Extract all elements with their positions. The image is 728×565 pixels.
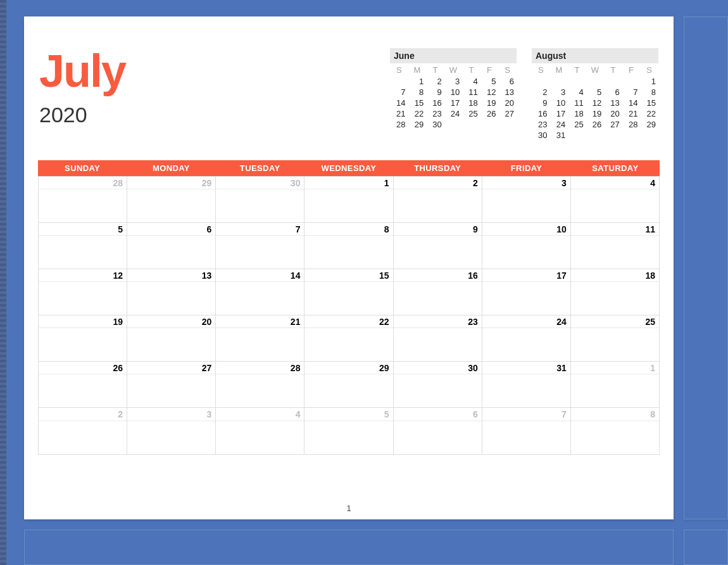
calendar-cell[interactable]: 25	[571, 315, 660, 362]
calendar-cell[interactable]: 12	[39, 269, 127, 315]
day-number: 20	[127, 315, 215, 328]
calendar-page: July 2020 June SMTWTFS 12345678910111213…	[24, 16, 674, 519]
calendar-cell[interactable]: 4	[571, 177, 660, 223]
mini-day-cell	[568, 130, 586, 141]
calendar-cell[interactable]: 4	[216, 408, 304, 454]
calendar-cell[interactable]: 29	[304, 362, 393, 408]
mini-day-cell: 23	[532, 120, 550, 130]
mini-day-cell: 26	[480, 109, 499, 120]
mini-day-cell: 6	[498, 77, 517, 87]
calendar-cell[interactable]: 17	[482, 269, 571, 315]
adjacent-page-below-right	[684, 530, 728, 565]
calendar-cell[interactable]: 11	[571, 223, 660, 269]
weekday-header: FRIDAY	[482, 160, 570, 176]
calendar-cell[interactable]: 28	[39, 177, 127, 223]
calendar-cell[interactable]: 24	[482, 315, 571, 362]
mini-day-cell: 25	[568, 120, 586, 130]
mini-day-cell	[390, 77, 408, 87]
mini-day-cell: 5	[586, 87, 605, 98]
day-number: 27	[127, 362, 215, 374]
mini-day-cell: 20	[604, 109, 622, 120]
calendar-cell[interactable]: 6	[394, 408, 482, 454]
mini-weekday-header: F	[480, 63, 499, 77]
calendar-cell[interactable]: 22	[304, 315, 393, 362]
mini-weekday-header: M	[408, 63, 427, 77]
mini-day-cell: 10	[444, 87, 463, 98]
day-number: 12	[39, 269, 127, 282]
calendar-cell[interactable]: 15	[304, 269, 393, 315]
calendar-cell[interactable]: 18	[571, 269, 660, 315]
mini-next-table: SMTWTFS 12345678910111213141516171819202…	[532, 63, 658, 141]
calendar-cell[interactable]: 6	[127, 223, 216, 269]
mini-day-cell	[532, 77, 550, 87]
mini-day-cell: 24	[444, 109, 463, 120]
calendar-cell[interactable]: 8	[571, 408, 660, 454]
mini-prev-name: June	[390, 48, 517, 63]
calendar-cell[interactable]: 2	[394, 177, 482, 223]
mini-day-cell: 20	[498, 98, 517, 109]
calendar-cell[interactable]: 28	[216, 362, 304, 408]
calendar-cell[interactable]: 7	[482, 408, 571, 454]
mini-day-cell: 27	[604, 120, 622, 130]
calendar-cell[interactable]: 5	[304, 408, 393, 454]
adjacent-page-right	[684, 16, 728, 519]
calendar-cell[interactable]: 30	[216, 177, 304, 223]
calendar-cell[interactable]: 16	[394, 269, 482, 315]
mini-day-cell: 8	[408, 87, 427, 98]
mini-weekday-header: T	[426, 63, 444, 77]
mini-day-cell	[462, 120, 480, 130]
day-number: 19	[39, 315, 127, 328]
calendar-cell[interactable]: 9	[394, 223, 482, 269]
mini-day-cell: 3	[550, 87, 568, 98]
calendar-cell[interactable]: 29	[127, 177, 216, 223]
main-calendar: SUNDAYMONDAYTUESDAYWEDNESDAYTHURSDAYFRID…	[38, 160, 660, 455]
calendar-cell[interactable]: 31	[482, 362, 571, 408]
mini-day-cell: 21	[390, 109, 408, 120]
mini-day-cell: 30	[426, 120, 444, 130]
calendar-cell[interactable]: 3	[482, 177, 571, 223]
calendar-cell[interactable]: 5	[39, 223, 127, 269]
title-block: July 2020	[39, 48, 125, 141]
mini-day-cell	[622, 130, 641, 141]
calendar-cell[interactable]: 30	[394, 362, 482, 408]
calendar-cell[interactable]: 14	[216, 269, 304, 315]
calendar-cell[interactable]: 13	[127, 269, 216, 315]
calendar-cell[interactable]: 26	[39, 362, 127, 408]
day-number: 6	[394, 408, 482, 421]
day-number: 11	[571, 223, 659, 236]
calendar-cell[interactable]: 3	[127, 408, 216, 454]
mini-day-cell: 23	[426, 109, 444, 120]
mini-day-cell: 29	[408, 120, 427, 130]
day-number: 6	[127, 223, 215, 236]
workspace: July 2020 June SMTWTFS 12345678910111213…	[0, 0, 728, 565]
mini-day-cell: 1	[640, 77, 658, 87]
mini-weekday-header: T	[462, 63, 480, 77]
calendar-cell[interactable]: 27	[127, 362, 216, 408]
mini-day-cell	[586, 77, 605, 87]
calendar-cell[interactable]: 19	[39, 315, 127, 362]
calendar-cell[interactable]: 23	[394, 315, 482, 362]
mini-day-cell: 6	[604, 87, 622, 98]
calendar-cell[interactable]: 1	[304, 177, 393, 223]
mini-day-cell: 11	[462, 87, 480, 98]
mini-day-cell: 17	[550, 109, 568, 120]
calendar-cell[interactable]: 10	[482, 223, 571, 269]
mini-day-cell: 4	[462, 77, 480, 87]
calendar-cell[interactable]: 2	[39, 408, 127, 454]
mini-weekday-header: S	[498, 63, 517, 77]
mini-prev-table: SMTWTFS 12345678910111213141516171819202…	[390, 63, 517, 130]
mini-day-cell: 9	[532, 98, 550, 109]
page-header: July 2020 June SMTWTFS 12345678910111213…	[24, 16, 674, 141]
calendar-cell[interactable]: 7	[216, 223, 304, 269]
calendar-cell[interactable]: 8	[304, 223, 393, 269]
weekday-header: SATURDAY	[571, 160, 660, 176]
day-number: 4	[216, 408, 304, 421]
calendar-cell[interactable]: 21	[216, 315, 304, 362]
calendar-cell[interactable]: 1	[571, 362, 660, 408]
mini-day-cell	[480, 120, 499, 130]
mini-weekday-header: W	[586, 63, 605, 77]
mini-next-name: August	[532, 48, 658, 63]
mini-calendars: June SMTWTFS 123456789101112131415161718…	[390, 48, 658, 141]
calendar-cell[interactable]: 20	[127, 315, 216, 362]
mini-day-cell: 17	[444, 98, 463, 109]
